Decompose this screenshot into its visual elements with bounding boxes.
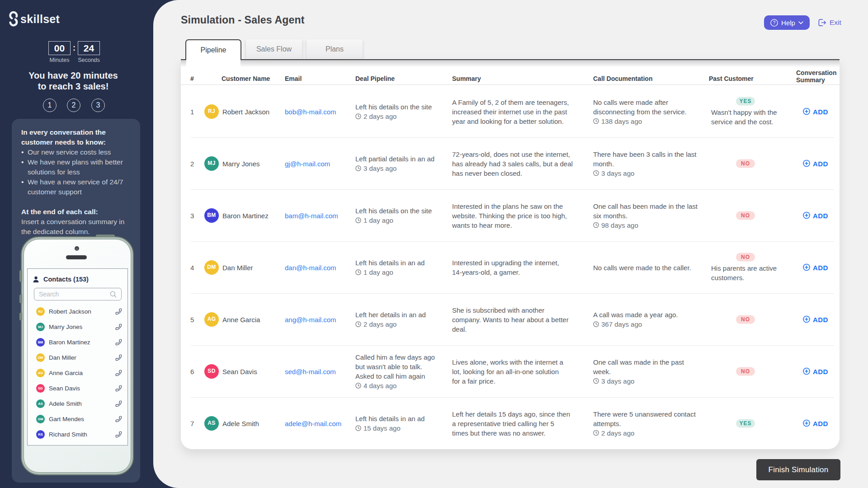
svg-text:?: ? <box>773 20 776 25</box>
